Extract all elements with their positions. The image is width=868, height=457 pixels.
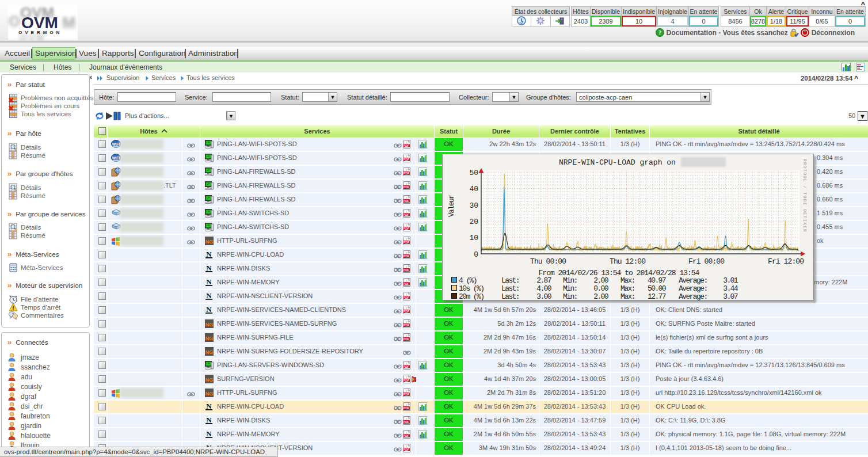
svg-text:WiFi: WiFi: [112, 156, 120, 160]
svg-text:NG: NG: [205, 322, 214, 327]
svg-text:PDF: PDF: [403, 448, 410, 451]
svg-text:NG: NG: [205, 391, 214, 397]
svg-text:PDF: PDF: [403, 310, 410, 313]
svg-text:NG: NG: [205, 377, 214, 383]
svg-text:PDF: PDF: [403, 185, 410, 189]
svg-text:PDF: PDF: [403, 158, 410, 161]
svg-text:NG: NG: [205, 336, 214, 341]
svg-text:PDF: PDF: [403, 337, 410, 341]
svg-text:NG: NG: [205, 349, 214, 355]
svg-text:PDF: PDF: [403, 282, 410, 285]
svg-text:PDF: PDF: [403, 213, 410, 216]
svg-text:PDF: PDF: [403, 227, 410, 230]
svg-text:WiFi: WiFi: [112, 142, 120, 146]
svg-text:PDF: PDF: [403, 254, 410, 258]
svg-text:PDF: PDF: [403, 406, 410, 410]
svg-text:PDF: PDF: [403, 241, 410, 244]
svg-text:PDF: PDF: [403, 144, 410, 147]
svg-text:N: N: [206, 264, 212, 272]
svg-text:PDF: PDF: [403, 420, 410, 424]
svg-text:N: N: [206, 292, 212, 300]
svg-text:NG: NG: [205, 239, 214, 245]
svg-text:PDF: PDF: [403, 434, 410, 437]
svg-text:N: N: [206, 402, 212, 410]
svg-text:PDF: PDF: [403, 268, 410, 272]
svg-text:PDF: PDF: [403, 379, 410, 382]
svg-text:PDF: PDF: [403, 393, 410, 396]
svg-text:PDF: PDF: [403, 323, 410, 327]
svg-text:N: N: [206, 430, 212, 438]
svg-text:PDF: PDF: [403, 365, 410, 368]
svg-text:N: N: [206, 306, 212, 314]
svg-text:N: N: [206, 416, 212, 424]
svg-text:N: N: [206, 278, 212, 286]
svg-text:PDF: PDF: [403, 172, 410, 175]
svg-text:N: N: [206, 250, 212, 258]
svg-text:?: ?: [658, 29, 661, 36]
svg-text:PDF: PDF: [403, 296, 410, 299]
svg-text:PDF: PDF: [403, 199, 410, 203]
